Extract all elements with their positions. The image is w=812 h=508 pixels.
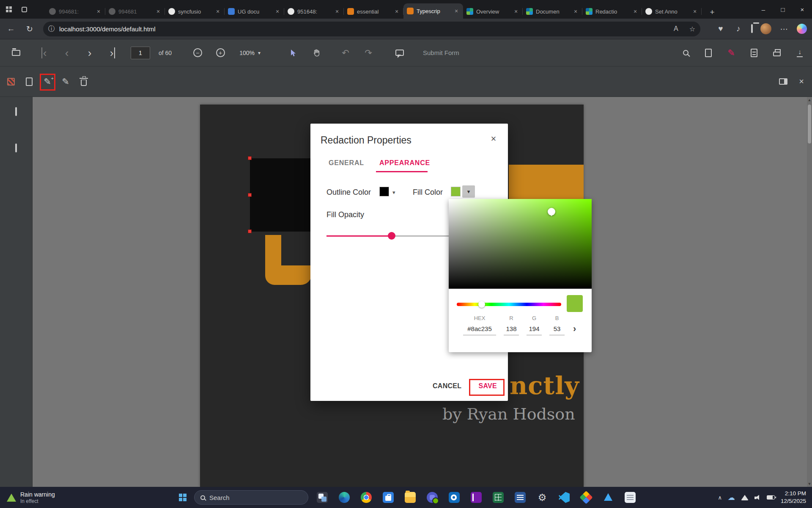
tab-close-icon[interactable]: × bbox=[95, 8, 102, 15]
next-page-icon[interactable]: › bbox=[82, 46, 97, 60]
browser-tab-6[interactable]: essential × bbox=[344, 4, 403, 19]
scroll-up-icon[interactable]: ▲ bbox=[808, 97, 812, 103]
store-icon[interactable] bbox=[383, 492, 394, 503]
previous-page-icon[interactable]: ‹ bbox=[60, 46, 74, 60]
taskbar-search[interactable]: Search bbox=[194, 490, 308, 505]
battery-icon[interactable] bbox=[767, 495, 775, 500]
panel-toggle-icon[interactable] bbox=[776, 75, 790, 89]
organize-panel-icon[interactable] bbox=[15, 144, 17, 152]
browser-tab-2[interactable]: 994681 × bbox=[105, 4, 165, 19]
tab-close-icon[interactable]: × bbox=[334, 8, 340, 15]
format-switch-icon[interactable]: › bbox=[573, 323, 576, 334]
new-tab-button[interactable]: + bbox=[706, 6, 719, 19]
annotation-edit-icon[interactable]: ✎ bbox=[724, 46, 738, 60]
r-input[interactable]: 138 bbox=[504, 325, 519, 335]
delete-annotation-icon[interactable] bbox=[77, 75, 91, 89]
teams-icon[interactable] bbox=[427, 492, 438, 503]
selection-tool-icon[interactable] bbox=[286, 46, 300, 60]
tab-close-icon[interactable]: × bbox=[393, 8, 400, 15]
organize-pages-icon[interactable] bbox=[701, 46, 716, 60]
volume-icon[interactable] bbox=[754, 495, 761, 500]
back-icon[interactable]: ← bbox=[6, 24, 16, 33]
form-designer-icon[interactable] bbox=[747, 46, 761, 60]
task-view-icon[interactable] bbox=[317, 492, 328, 503]
start-button[interactable] bbox=[179, 494, 182, 497]
tab-close-icon[interactable]: × bbox=[155, 8, 162, 15]
dev-home-icon[interactable] bbox=[579, 491, 593, 504]
site-info-icon[interactable]: ⓘ bbox=[48, 25, 55, 33]
collections-icon[interactable] bbox=[751, 25, 753, 33]
browser-tab-1[interactable]: 994681: × bbox=[46, 4, 105, 19]
zoom-level-dropdown[interactable]: 100% ▾ bbox=[239, 50, 261, 56]
download-icon[interactable]: ↓ bbox=[793, 46, 807, 60]
last-page-icon[interactable]: › bbox=[105, 46, 120, 60]
browser-tab-5[interactable]: 951648: × bbox=[284, 4, 344, 19]
scroll-down-icon[interactable]: ▼ bbox=[808, 481, 812, 487]
undo-icon[interactable]: ↶ bbox=[338, 46, 353, 60]
saturation-value-area[interactable] bbox=[449, 199, 592, 289]
cancel-button[interactable]: CANCEL bbox=[430, 381, 464, 392]
dialog-close-icon[interactable]: × bbox=[488, 133, 499, 145]
vscode-icon[interactable] bbox=[559, 492, 570, 503]
mark-redaction-icon[interactable] bbox=[4, 75, 18, 89]
opacity-slider-thumb[interactable] bbox=[388, 232, 395, 240]
submit-form-button[interactable]: Submit Form bbox=[423, 49, 459, 56]
tab-close-icon[interactable]: × bbox=[453, 8, 460, 14]
outlook-icon[interactable] bbox=[449, 492, 460, 503]
read-aloud-icon[interactable]: A bbox=[674, 25, 678, 33]
tab-general[interactable]: GENERAL bbox=[329, 159, 364, 167]
browser-tab-10[interactable]: Redactio × bbox=[582, 4, 642, 19]
g-input[interactable]: 194 bbox=[527, 325, 542, 335]
copilot-icon[interactable] bbox=[797, 24, 807, 34]
fill-color-dropdown-button[interactable]: ▾ bbox=[462, 185, 475, 198]
fill-color-swatch[interactable] bbox=[451, 187, 461, 196]
paint-icon[interactable] bbox=[603, 492, 614, 503]
zoom-out-icon[interactable]: − bbox=[190, 46, 205, 60]
resize-handle[interactable] bbox=[248, 193, 252, 197]
favorite-star-icon[interactable]: ☆ bbox=[689, 25, 695, 33]
weather-widget[interactable]: Rain warning In effect bbox=[0, 491, 55, 504]
save-button[interactable]: SAVE bbox=[476, 381, 499, 392]
minimize-button[interactable]: – bbox=[754, 0, 773, 19]
tab-actions-icon[interactable] bbox=[19, 4, 30, 15]
tab-close-icon[interactable]: × bbox=[632, 8, 639, 15]
hex-input[interactable]: #8ac235 bbox=[463, 325, 496, 335]
tab-close-icon[interactable]: × bbox=[274, 8, 281, 15]
settings-icon[interactable]: ⚙ bbox=[537, 492, 548, 503]
thumbnail-panel-icon[interactable] bbox=[15, 108, 17, 116]
page-number-input[interactable]: 1 bbox=[131, 47, 150, 59]
word-icon[interactable] bbox=[515, 492, 526, 503]
workspaces-icon[interactable] bbox=[3, 4, 14, 15]
file-explorer-icon[interactable] bbox=[405, 492, 416, 503]
notepad-icon[interactable] bbox=[625, 492, 636, 503]
close-toolbar-icon[interactable]: × bbox=[794, 75, 809, 89]
open-file-icon[interactable] bbox=[9, 46, 23, 60]
profile-avatar[interactable] bbox=[760, 23, 771, 34]
hue-slider-track[interactable] bbox=[457, 303, 561, 306]
tab-close-icon[interactable]: × bbox=[691, 8, 698, 15]
scrollbar-thumb[interactable] bbox=[808, 105, 811, 144]
browser-tab-4[interactable]: UG docu × bbox=[225, 4, 284, 19]
edit-annotation-icon[interactable]: ✎ bbox=[58, 75, 73, 89]
redo-icon[interactable]: ↷ bbox=[361, 46, 376, 60]
hue-slider-thumb[interactable] bbox=[478, 301, 485, 308]
address-bar[interactable]: ⓘ localhost:3000/demos/default.html A ☆ bbox=[43, 22, 700, 36]
excel-icon[interactable] bbox=[493, 492, 504, 503]
media-hub-icon[interactable]: ♪ bbox=[733, 24, 743, 33]
taskbar-clock[interactable]: 2:10 PM 12/5/2025 bbox=[781, 490, 806, 505]
resize-handle[interactable] bbox=[248, 229, 252, 233]
zoom-in-icon[interactable]: + bbox=[213, 46, 228, 60]
chrome-icon[interactable] bbox=[361, 492, 372, 503]
tab-close-icon[interactable]: × bbox=[572, 8, 579, 15]
vertical-scrollbar[interactable]: ▲ ▼ bbox=[807, 97, 812, 487]
edge-icon[interactable] bbox=[339, 492, 350, 503]
maximize-button[interactable]: □ bbox=[773, 0, 793, 19]
redact-pages-icon[interactable] bbox=[22, 75, 36, 89]
comment-icon[interactable] bbox=[392, 46, 407, 60]
tab-close-icon[interactable]: × bbox=[214, 8, 221, 15]
browser-tab-11[interactable]: Set Anno × bbox=[642, 4, 702, 19]
onedrive-icon[interactable]: ☁ bbox=[728, 493, 735, 502]
close-window-button[interactable]: × bbox=[793, 0, 812, 19]
hand-tool-icon[interactable] bbox=[309, 46, 323, 60]
b-input[interactable]: 53 bbox=[549, 325, 565, 335]
